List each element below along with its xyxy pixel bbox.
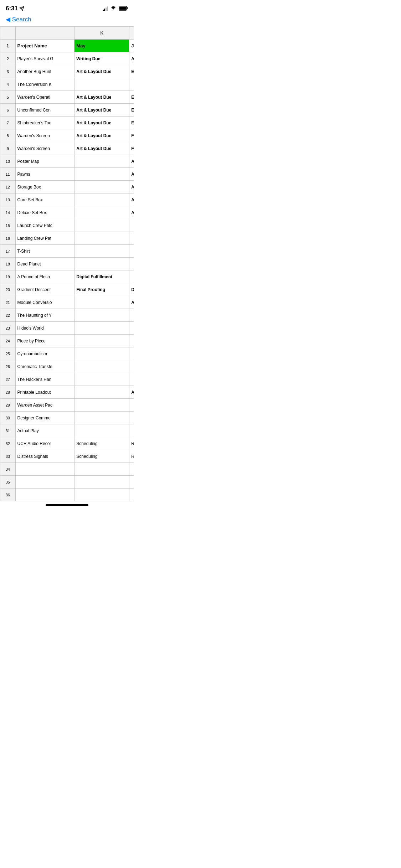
row-2-june: Art & Layout Due	[129, 52, 134, 65]
row-32-june: Recording	[129, 437, 134, 450]
row-18-num: 18	[0, 258, 16, 270]
row-23: 23Hideo's World	[0, 322, 134, 335]
row-20-june: Digital Fulfillment	[129, 283, 134, 296]
spreadsheet-table: K L 1 Project Name May June July 2Player…	[0, 26, 134, 501]
row-6-num: 6	[0, 104, 16, 117]
row-23-may	[74, 322, 129, 335]
row-10-num: 10	[0, 155, 16, 168]
row-28-may	[74, 386, 129, 399]
row-16-june	[129, 232, 134, 245]
home-indicator	[0, 501, 134, 507]
row-2-may: Writing Due	[74, 52, 129, 65]
row-25-project: Cyronambulism	[15, 347, 74, 360]
row-29-num: 29	[0, 399, 16, 412]
row-6-may: Art & Layout Due	[74, 104, 129, 117]
row-5-may: Art & Layout Due	[74, 91, 129, 104]
row-29-june	[129, 399, 134, 412]
row-33-june: Recording	[129, 450, 134, 463]
row-18-june	[129, 258, 134, 270]
row-16-project: Landing Crew Pat	[15, 232, 74, 245]
row-23-project: Hideo's World	[15, 322, 74, 335]
row-24-project: Piece by Piece	[15, 335, 74, 347]
col-header-l: L	[129, 27, 134, 40]
row-17-num: 17	[0, 245, 16, 258]
row-18-project: Dead Planet	[15, 258, 74, 270]
row-23-num: 23	[0, 322, 16, 335]
row-4-project: The Conversion K	[15, 78, 74, 91]
back-button[interactable]: ◀ Search	[6, 16, 128, 23]
row-5-num: 5	[0, 91, 16, 104]
row-7-project: Shipbreaker's Too	[15, 117, 74, 129]
row-12-project: Storage Box	[15, 181, 74, 193]
row-28: 28Printable LoadoutArt Due	[0, 386, 134, 399]
row-17-project: T-Shirt	[15, 245, 74, 258]
row-26-num: 26	[0, 360, 16, 373]
row-28-june: Art Due	[129, 386, 134, 399]
row-28-num: 28	[0, 386, 16, 399]
row-31-may	[74, 424, 129, 437]
row-35: 35	[0, 476, 134, 489]
row-26: 26Chromatic Transfe	[0, 360, 134, 373]
nav-bar: ◀ Search	[0, 14, 134, 26]
row-2-project: Player's Survival G	[15, 52, 74, 65]
row-8-project: Warden's Screen	[15, 129, 74, 142]
row-32-may: Scheduling	[74, 437, 129, 450]
row-36-may	[74, 489, 129, 501]
row-33-may: Scheduling	[74, 450, 129, 463]
signal-icon	[103, 6, 108, 11]
row-19-num: 19	[0, 270, 16, 283]
home-bar	[46, 504, 88, 506]
row-35-may	[74, 476, 129, 489]
row-11-may	[74, 168, 129, 181]
row-34-may	[74, 463, 129, 476]
row-27-num: 27	[0, 373, 16, 386]
row-15-num: 15	[0, 219, 16, 232]
row-14-june: Art & Layout Due	[129, 206, 134, 219]
row-6-project: Unconfirmed Con	[15, 104, 74, 117]
row-3-june: Editing	[129, 65, 134, 78]
row-9-num: 9	[0, 142, 16, 155]
row-35-project	[15, 476, 74, 489]
row-8-num: 8	[0, 129, 16, 142]
row-13-num: 13	[0, 193, 16, 206]
row-7-num: 7	[0, 117, 16, 129]
row-4-num: 4	[0, 78, 16, 91]
row-16: 16Landing Crew PatArt D	[0, 232, 134, 245]
status-time: 6:31	[6, 5, 24, 12]
row-21-may	[74, 296, 129, 309]
row-15-june	[129, 219, 134, 232]
row-9-project: Warden's Screen	[15, 142, 74, 155]
row-3-may: Art & Layout Due	[74, 65, 129, 78]
row-5-project: Warden's Operati	[15, 91, 74, 104]
row-17-may	[74, 245, 129, 258]
row-24-may	[74, 335, 129, 347]
status-icons	[103, 6, 128, 12]
row-20-num: 20	[0, 283, 16, 296]
row-24-num: 24	[0, 335, 16, 347]
row-26-project: Chromatic Transfe	[15, 360, 74, 373]
row-24-june	[129, 335, 134, 347]
row-29-may	[74, 399, 129, 412]
row-22-num: 22	[0, 309, 16, 322]
row-20: 20Gradient DescentFinal ProofingDigital …	[0, 283, 134, 296]
row-5-june: Editing	[129, 91, 134, 104]
row-22-june	[129, 309, 134, 322]
row-25: 25Cyronambulism	[0, 347, 134, 360]
row-29: 29Warden Asset Pac	[0, 399, 134, 412]
row-30: 30Designer Comme	[0, 412, 134, 424]
row-27-project: The Hacker's Han	[15, 373, 74, 386]
row-13-project: Core Set Box	[15, 193, 74, 206]
row-20-project: Gradient Descent	[15, 283, 74, 296]
row-14-may	[74, 206, 129, 219]
row-23-june	[129, 322, 134, 335]
col-header-project	[15, 27, 74, 40]
col-header-rownum	[0, 27, 16, 40]
spreadsheet[interactable]: K L 1 Project Name May June July 2Player…	[0, 26, 134, 501]
row-28-project: Printable Loadout	[15, 386, 74, 399]
row-1-june: June	[129, 40, 134, 52]
row-34: 34	[0, 463, 134, 476]
row-27-june	[129, 373, 134, 386]
row-15: 15Launch Crew PatcArt D	[0, 219, 134, 232]
row-3-num: 3	[0, 65, 16, 78]
row-9-may: Art & Layout Due	[74, 142, 129, 155]
